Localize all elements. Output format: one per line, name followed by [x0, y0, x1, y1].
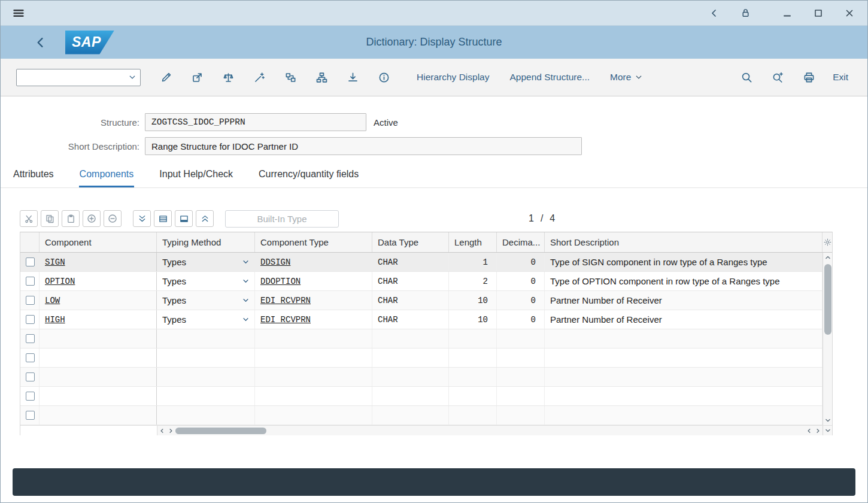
tab-components[interactable]: Components [79, 162, 135, 187]
component-type-link[interactable]: EDI_RCVPRN [260, 315, 311, 325]
chevron-down-icon [825, 428, 831, 434]
org-chart-icon [316, 72, 327, 83]
horizontal-scrollbar[interactable] [157, 426, 823, 435]
paste-button[interactable] [62, 210, 80, 227]
decimals-cell: 0 [497, 291, 545, 310]
header-component[interactable]: Component [40, 232, 157, 252]
structure-input[interactable]: ZOGTCSS_IDOC_PPPRN [145, 113, 366, 131]
print-button[interactable] [793, 66, 824, 88]
tab-attributes[interactable]: Attributes [13, 162, 54, 187]
scroll-right-end-button[interactable] [814, 426, 823, 435]
scroll-left-button[interactable] [157, 426, 166, 435]
import-button[interactable] [337, 66, 368, 88]
chevron-left-icon [806, 428, 812, 434]
activate-button[interactable] [244, 66, 275, 88]
scroll-to-bottom-button[interactable] [133, 210, 151, 227]
append-row-button[interactable] [175, 210, 193, 227]
table-row: HIGH Types EDI_RCVPRN CHAR 10 0 Partner … [20, 310, 823, 329]
more-button[interactable]: More [600, 66, 652, 88]
copy-button[interactable] [41, 210, 59, 227]
component-link[interactable]: HIGH [45, 315, 65, 325]
where-used-button[interactable] [275, 66, 306, 88]
insert-line-button[interactable] [83, 210, 101, 227]
row-checkbox[interactable] [26, 334, 35, 343]
command-field[interactable] [16, 69, 141, 86]
short-description-label: Short Description: [1, 141, 139, 151]
typing-method-select[interactable]: Types [157, 272, 255, 290]
component-link[interactable]: LOW [45, 296, 60, 305]
horizontal-scroll-thumb[interactable] [175, 428, 266, 434]
hierarchy-button[interactable] [306, 66, 337, 88]
chevron-down-icon [825, 417, 831, 423]
chevron-down-icon [242, 278, 249, 284]
tabstrip: Attributes Components Input Help/Check C… [1, 162, 867, 188]
cut-button[interactable] [20, 210, 38, 227]
search-more-button[interactable] [762, 66, 793, 88]
vertical-scroll-track[interactable] [823, 262, 832, 416]
magic-wand-icon [254, 72, 265, 83]
exit-label: Exit [833, 72, 848, 82]
row-checkbox[interactable] [26, 372, 35, 381]
append-structure-label: Append Structure... [509, 72, 590, 83]
titlebar-back-button[interactable] [707, 6, 721, 20]
data-type-cell: CHAR [372, 272, 449, 290]
session-lock-button[interactable] [738, 6, 752, 20]
scroll-up-button[interactable] [823, 253, 832, 262]
hierarchy-display-button[interactable]: Hierarchy Display [406, 66, 499, 88]
display-change-button[interactable] [150, 66, 181, 88]
header-short-description[interactable]: Short Description [545, 232, 823, 252]
row-checkbox[interactable] [26, 411, 35, 420]
row-checkbox[interactable] [26, 353, 35, 362]
table-row: LOW Types EDI_RCVPRN CHAR 10 0 Partner N… [20, 291, 823, 310]
component-type-link[interactable]: EDI_RCVPRN [260, 296, 311, 305]
vertical-scroll-thumb[interactable] [824, 264, 831, 335]
chevron-down-icon [129, 74, 136, 81]
typing-method-select[interactable]: Types [157, 291, 255, 310]
header-length[interactable]: Length [449, 232, 497, 252]
scroll-down-button[interactable] [823, 416, 832, 425]
vertical-scrollbar[interactable] [823, 253, 832, 425]
row-checkbox[interactable] [26, 277, 35, 286]
header-typing-method[interactable]: Typing Method [157, 232, 255, 252]
header-data-type[interactable]: Data Type [372, 232, 449, 252]
table-settings-button[interactable] [823, 232, 832, 252]
component-link[interactable]: OPTION [45, 277, 75, 286]
search-button[interactable] [731, 66, 762, 88]
header-decimals[interactable]: Decima... [497, 232, 545, 252]
typing-method-select[interactable]: Types [157, 310, 255, 329]
minimize-button[interactable] [780, 6, 794, 20]
other-object-button[interactable] [181, 66, 213, 88]
maximize-button[interactable] [811, 6, 825, 20]
short-description-input[interactable]: Range Structure for IDOC Partner ID [145, 137, 582, 155]
header-component-type[interactable]: Component Type [255, 232, 372, 252]
compare-button[interactable] [213, 66, 244, 88]
component-type-link[interactable]: DDSIGN [260, 257, 290, 267]
chevron-left-icon [159, 428, 165, 434]
component-link[interactable]: SIGN [45, 257, 65, 267]
row-checkbox[interactable] [26, 296, 35, 305]
paste-clipboard-icon [66, 214, 75, 223]
append-structure-button[interactable]: Append Structure... [499, 66, 600, 88]
exit-button[interactable]: Exit [824, 72, 852, 83]
close-button[interactable] [842, 6, 857, 20]
scroll-right-button[interactable] [166, 426, 175, 435]
insert-row-button[interactable] [154, 210, 172, 227]
tab-currency-quantity-fields[interactable]: Currency/quantity fields [258, 162, 359, 187]
back-button[interactable] [33, 35, 48, 50]
typing-method-select[interactable]: Types [157, 253, 255, 271]
menu-hamburger-button[interactable] [11, 6, 26, 20]
information-button[interactable] [368, 66, 399, 88]
row-checkbox[interactable] [26, 392, 35, 401]
search-plus-icon [772, 72, 784, 83]
row-checkbox[interactable] [26, 257, 35, 266]
row-counter-total: 4 [550, 213, 555, 224]
delete-line-button[interactable] [104, 210, 122, 227]
scrollbar-corner[interactable] [823, 426, 832, 435]
scroll-left-end-button[interactable] [805, 426, 814, 435]
tab-input-help-check[interactable]: Input Help/Check [159, 162, 233, 187]
scroll-to-top-button[interactable] [196, 210, 214, 227]
built-in-type-button[interactable]: Built-In Type [225, 210, 339, 228]
length-cell: 1 [449, 253, 497, 271]
row-checkbox[interactable] [26, 315, 35, 324]
component-type-link[interactable]: DDOPTION [260, 277, 301, 286]
